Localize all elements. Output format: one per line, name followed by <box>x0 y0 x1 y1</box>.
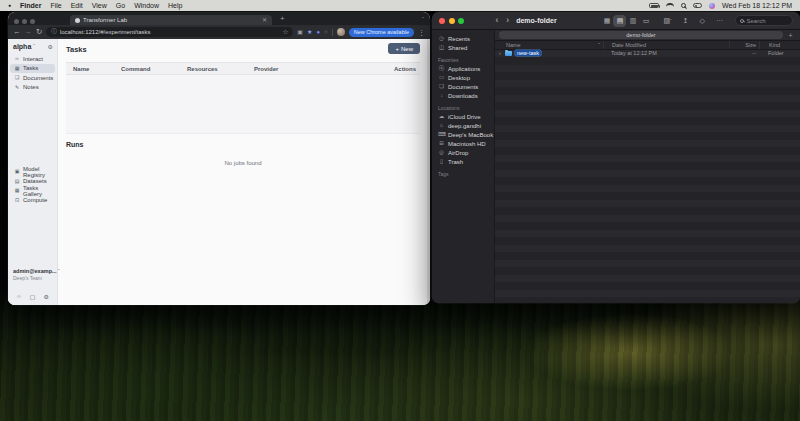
sidebar-item-notes[interactable]: ✎ Notes <box>10 83 55 93</box>
forward-button[interactable]: → <box>25 28 33 36</box>
sidebar-item-icloud-drive[interactable]: ☁ iCloud Drive <box>432 112 494 121</box>
search-icon <box>740 19 744 23</box>
menu-bar: ● Finder File Edit View Go Window Help W… <box>0 0 800 11</box>
finder-active-tab[interactable]: demo-folder <box>499 31 783 39</box>
chrome-update-button[interactable]: New Chrome available <box>349 28 414 37</box>
menu-help[interactable]: Help <box>168 2 182 9</box>
sidebar-item-documents[interactable]: ❏ Documents <box>10 73 55 83</box>
sidebar-item-interact[interactable]: ‹› Interact <box>10 54 55 64</box>
chrome-traffic-lights[interactable] <box>14 12 38 28</box>
menu-app-name[interactable]: Finder <box>20 2 41 9</box>
file-row-new-task[interactable]: › new-task Today at 12:12 PM -- Folder <box>495 50 800 58</box>
column-header-date-modified[interactable]: Date Modified <box>603 41 729 49</box>
sidebar-item-tasks-gallery[interactable]: ▦ Tasks Gallery <box>10 186 55 196</box>
column-header-kind[interactable]: Kind <box>759 41 800 49</box>
chrome-tab-strip: Transformer Lab ✕ + ˇ <box>8 12 430 25</box>
finder-window-title: demo-folder <box>516 17 556 24</box>
finder-content: demo-folder + Name ˆ Date Modified Size … <box>494 30 800 303</box>
gear-icon[interactable]: ⚙ <box>44 293 49 300</box>
sidebar-item-trash[interactable]: ▯ Trash <box>432 157 494 166</box>
chevron-down-icon: ˇ <box>33 44 35 49</box>
wifi-icon[interactable] <box>666 3 674 8</box>
sidebar-item-airdrop[interactable]: ◎ AirDrop <box>432 148 494 157</box>
tab-overflow-chevron-icon[interactable]: ˇ <box>422 16 424 22</box>
zoom-window-button[interactable] <box>458 18 464 24</box>
minimize-window-button[interactable] <box>449 18 455 24</box>
close-window-button[interactable] <box>439 18 445 24</box>
sidebar-item-home[interactable]: ⌂ deep.gandhi <box>432 121 494 130</box>
finder-tab-bar: demo-folder + <box>495 30 800 41</box>
site-info-icon[interactable]: ⓘ <box>51 29 57 35</box>
chrome-menu-icon[interactable]: ⋮ <box>418 29 425 36</box>
menu-file[interactable]: File <box>50 2 61 9</box>
group-by-button[interactable]: ▨ˇ <box>663 17 671 24</box>
sidebar-item-documents[interactable]: ❏ Documents <box>432 82 494 91</box>
tab-close-icon[interactable]: ✕ <box>262 17 267 23</box>
file-kind: Folder <box>759 50 800 56</box>
menu-window[interactable]: Window <box>134 2 159 9</box>
sidebar-item-tasks[interactable]: ▦ Tasks <box>10 64 55 74</box>
tags-button[interactable]: ◇ <box>700 17 705 24</box>
reload-button[interactable]: ↻ <box>36 28 42 36</box>
cloud-icon: ☁ <box>438 114 445 120</box>
back-button[interactable]: ← <box>13 28 21 36</box>
control-center-icon[interactable] <box>693 3 702 8</box>
plus-icon: + <box>395 46 399 52</box>
finder-forward-button[interactable]: › <box>506 16 509 25</box>
sidebar-item-macbook-air[interactable]: ⌨ Deep's MacBook Air <box>432 130 494 139</box>
finder-new-tab-button[interactable]: + <box>785 32 796 39</box>
column-view-button[interactable]: ▥ <box>626 15 639 27</box>
finder-toolbar: ‹ › demo-folder ▦ ▤ ▥ ▭ ▨ˇ ↥ ◇ ⋯ Search <box>432 12 800 30</box>
siri-icon[interactable] <box>709 3 715 9</box>
runs-section-title: Runs <box>66 141 420 148</box>
sidebar-item-recents[interactable]: ◷ Recents <box>432 34 494 43</box>
extension-icon[interactable]: ○ <box>324 29 328 35</box>
sidebar-item-desktop[interactable]: ▭ Desktop <box>432 73 494 82</box>
extension-icon[interactable]: ● <box>316 29 320 35</box>
profile-avatar[interactable] <box>337 28 345 36</box>
sidebar-item-macintosh-hd[interactable]: ⊟ Macintosh HD <box>432 139 494 148</box>
workspace-switcher[interactable]: alpha ˇ ⚙ <box>8 39 57 52</box>
file-name[interactable]: new-task <box>515 50 541 56</box>
list-view-button[interactable]: ▤ <box>613 15 626 27</box>
finder-back-button[interactable]: ‹ <box>496 16 499 25</box>
share-button[interactable]: ↥ <box>683 17 689 24</box>
menu-go[interactable]: Go <box>116 2 125 9</box>
menu-view[interactable]: View <box>92 2 107 9</box>
tasks-table-header: Name Command Resources Provider Actions <box>66 62 420 75</box>
more-actions-button[interactable]: ⋯ <box>716 17 723 24</box>
account-switcher[interactable]: admin@examp... ˇ Deep's Team <box>13 268 55 282</box>
laptop-icon: ⌨ <box>438 132 445 138</box>
trash-icon: ▯ <box>438 159 445 165</box>
finder-search-field[interactable]: Search <box>735 15 793 26</box>
sidebar-item-model-registry[interactable]: ▣ Model Registry <box>10 167 55 177</box>
column-header-name[interactable]: Name ˆ <box>495 41 603 49</box>
sidebar-item-downloads[interactable]: ↓ Downloads <box>432 91 494 100</box>
desktop-icon: ▭ <box>438 75 445 81</box>
tasks-page: Tasks + New Name Command Resources Provi… <box>58 39 430 305</box>
settings-gear-icon[interactable]: ⚙ <box>48 43 53 50</box>
new-tab-button[interactable]: + <box>280 14 285 23</box>
finder-traffic-lights[interactable] <box>439 18 468 24</box>
chat-icon[interactable]: ▢ <box>30 293 36 300</box>
theme-icon[interactable]: ☼ <box>16 293 22 300</box>
extension-icon[interactable]: ★ <box>307 29 312 35</box>
spotlight-search-icon[interactable] <box>681 3 686 8</box>
new-task-button[interactable]: + New <box>388 43 420 54</box>
menu-bar-clock[interactable]: Wed Feb 18 12:12 PM <box>722 2 792 9</box>
chrome-active-tab[interactable]: Transformer Lab ✕ <box>70 15 272 25</box>
bookmark-star-icon[interactable]: ☆ <box>283 29 289 36</box>
gallery-view-button[interactable]: ▭ <box>639 15 652 27</box>
sidebar-item-compute[interactable]: ⊡ Compute <box>10 196 55 206</box>
scrollbar-track[interactable] <box>427 39 430 305</box>
address-bar[interactable]: ⓘ localhost:1212/#/experiment/tasks ☆ <box>46 27 293 37</box>
icon-view-button[interactable]: ▦ <box>600 15 613 27</box>
battery-icon[interactable] <box>649 3 659 8</box>
apple-menu-icon[interactable]: ● <box>8 3 11 8</box>
disclosure-triangle-icon[interactable]: › <box>495 50 505 56</box>
menu-edit[interactable]: Edit <box>71 2 83 9</box>
sidebar-item-shared[interactable]: ◫ Shared <box>432 43 494 52</box>
sidebar-item-applications[interactable]: Ⓐ Applications <box>432 64 494 73</box>
column-header-size[interactable]: Size <box>729 41 759 49</box>
extension-icon[interactable]: ▣ <box>297 29 303 35</box>
